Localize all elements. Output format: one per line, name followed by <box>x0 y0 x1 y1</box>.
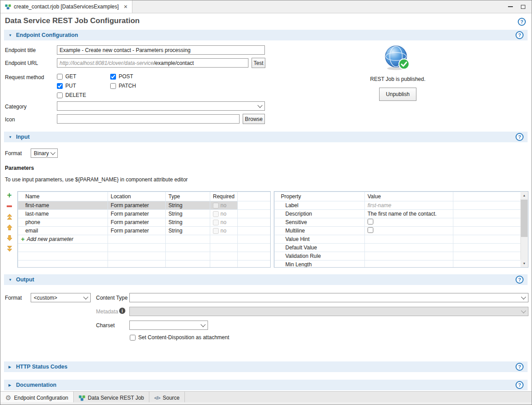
col-name[interactable]: Name <box>18 192 108 201</box>
property-row[interactable]: Description The first name of the contac… <box>275 210 521 218</box>
property-row[interactable]: Min Length <box>275 261 521 268</box>
unpublish-button[interactable]: Unpublish <box>379 88 416 101</box>
col-type[interactable]: Type <box>166 192 210 201</box>
maximize-icon[interactable] <box>521 5 525 9</box>
expand-arrow-icon[interactable]: ▶ <box>8 365 13 369</box>
param-required: no <box>210 201 238 210</box>
tab-data-service-rest-job[interactable]: Data Service REST Job <box>74 392 150 404</box>
property-row[interactable]: Default Value <box>275 244 521 252</box>
property-row[interactable]: Value Hint <box>275 235 521 244</box>
endpoint-url-prefix: http://localhost:8081/clover/data-servic… <box>60 60 153 66</box>
content-disposition-checkbox[interactable]: Set Content-Disposition as attachment <box>130 334 229 341</box>
col-location[interactable]: Location <box>108 192 166 201</box>
collapse-arrow-icon[interactable]: ▼ <box>8 135 13 139</box>
rest-job-icon <box>79 394 85 401</box>
required-checkbox[interactable] <box>213 220 219 225</box>
collapse-arrow-icon[interactable]: ▼ <box>8 278 13 282</box>
output-help-icon[interactable]: ? <box>516 276 524 284</box>
move-bottom-icon[interactable] <box>6 245 13 252</box>
section-title: Input <box>16 134 30 140</box>
close-tab-icon[interactable]: ✕ <box>124 4 128 10</box>
add-new-parameter-row[interactable]: +Add new parameter <box>18 235 271 244</box>
table-row[interactable]: first-name Form parameter String no <box>18 201 271 210</box>
input-format-select[interactable]: Binary <box>31 148 58 158</box>
multiline-checkbox[interactable] <box>368 227 373 233</box>
checkbox[interactable] <box>57 74 63 80</box>
property-value[interactable] <box>365 252 453 261</box>
table-row[interactable]: email Form parameter String no <box>18 227 271 235</box>
page-help-icon[interactable]: ? <box>518 18 526 26</box>
output-format-select[interactable]: <custom> <box>31 293 91 302</box>
col-value[interactable]: Value <box>365 192 453 201</box>
move-down-icon[interactable] <box>6 235 13 241</box>
required-checkbox[interactable] <box>213 228 219 234</box>
http-status-help-icon[interactable]: ? <box>516 363 524 371</box>
property-row[interactable]: Label first-name <box>275 201 521 210</box>
property-row[interactable]: Validation Rule <box>275 252 521 261</box>
required-checkbox[interactable] <box>213 203 219 209</box>
property-value[interactable] <box>365 261 453 268</box>
checkbox[interactable] <box>110 74 116 80</box>
section-documentation[interactable]: ▶ Documentation ? <box>4 380 528 390</box>
move-top-icon[interactable] <box>6 213 13 220</box>
collapse-arrow-icon[interactable]: ▼ <box>8 33 13 37</box>
tab-source[interactable]: </> Source <box>149 392 185 404</box>
endpoint-url-input[interactable]: http://localhost:8081/clover/data-servic… <box>57 58 248 68</box>
section-endpoint-configuration[interactable]: ▼ Endpoint Configuration ? <box>4 30 528 40</box>
sensitive-checkbox[interactable] <box>368 219 373 225</box>
property-row[interactable]: Multiline <box>275 227 521 235</box>
col-required[interactable]: Required <box>210 192 238 201</box>
endpoint-title-input[interactable] <box>57 45 265 55</box>
property-value[interactable] <box>365 244 453 252</box>
section-title: HTTP Status Codes <box>16 364 68 370</box>
checkbox[interactable] <box>57 92 63 98</box>
table-row[interactable]: last-name Form parameter String no <box>18 210 271 218</box>
move-up-icon[interactable] <box>6 224 13 231</box>
property-value <box>365 227 453 235</box>
test-button[interactable]: Test <box>252 58 265 68</box>
browse-button[interactable]: Browse <box>243 114 265 124</box>
property-name: Default Value <box>275 244 365 252</box>
scroll-down-icon[interactable]: ▼ <box>520 260 528 267</box>
section-output[interactable]: ▼ Output ? <box>4 274 528 285</box>
param-required: no <box>210 227 238 235</box>
category-select[interactable] <box>57 101 265 111</box>
method-delete-checkbox[interactable]: DELETE <box>57 92 86 98</box>
icon-input[interactable] <box>57 114 240 124</box>
property-row[interactable]: Sensitive <box>275 218 521 227</box>
endpoint-help-icon[interactable]: ? <box>516 31 524 39</box>
add-parameter-icon[interactable]: + <box>6 192 13 199</box>
charset-select[interactable] <box>129 321 208 330</box>
required-checkbox[interactable] <box>213 211 219 217</box>
info-icon[interactable]: i <box>119 308 125 314</box>
output-format-value: <custom> <box>34 295 57 301</box>
parameters-table: Name Location Type Required first-name F… <box>17 191 271 268</box>
checkbox[interactable] <box>57 83 63 89</box>
property-value[interactable]: The first name of the contact. <box>365 210 453 218</box>
scrollbar-thumb[interactable] <box>521 200 528 237</box>
document-tab[interactable]: create_contact.rjob [DataServicesExample… <box>0 0 132 13</box>
tab-endpoint-configuration[interactable]: ⚙ Endpoint Configuration <box>0 392 74 404</box>
input-help-icon[interactable]: ? <box>516 133 524 141</box>
checkbox[interactable] <box>110 83 116 89</box>
editor-tab-bar: create_contact.rjob [DataServicesExample… <box>0 0 532 13</box>
checkbox[interactable] <box>130 335 136 341</box>
property-value[interactable]: first-name <box>365 201 453 210</box>
method-patch-checkbox[interactable]: PATCH <box>110 83 136 89</box>
table-row[interactable]: phone Form parameter String no <box>18 218 271 227</box>
method-delete-label: DELETE <box>65 92 86 98</box>
method-post-checkbox[interactable]: POST <box>110 73 133 80</box>
content-type-select[interactable] <box>129 293 528 302</box>
section-http-status-codes[interactable]: ▶ HTTP Status Codes ? <box>4 361 528 372</box>
minimize-icon[interactable] <box>508 6 513 7</box>
remove-parameter-icon[interactable] <box>6 203 13 209</box>
output-format-label: Format <box>5 295 22 301</box>
method-put-checkbox[interactable]: PUT <box>57 83 76 89</box>
scroll-up-icon[interactable]: ▲ <box>520 192 528 199</box>
method-get-checkbox[interactable]: GET <box>57 73 76 80</box>
section-input[interactable]: ▼ Input ? <box>4 132 528 142</box>
expand-arrow-icon[interactable]: ▶ <box>8 383 13 387</box>
documentation-help-icon[interactable]: ? <box>516 381 524 389</box>
property-value[interactable] <box>365 235 453 244</box>
col-property[interactable]: Property <box>275 192 365 201</box>
